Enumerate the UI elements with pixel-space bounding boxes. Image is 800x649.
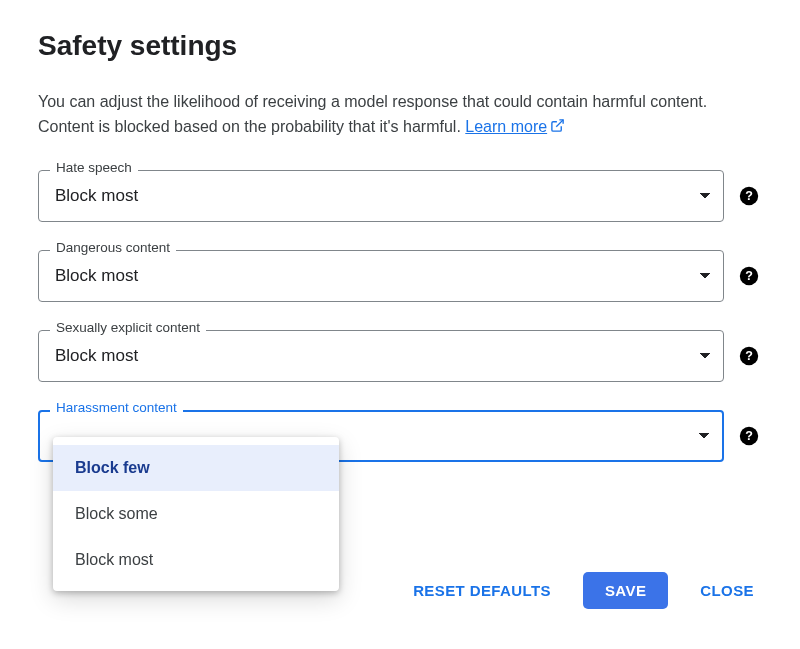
- select-wrap: Hate speech Block most: [38, 170, 724, 222]
- setting-row: Harassment content Block few Block some …: [38, 410, 762, 462]
- setting-row: Sexually explicit content Block most ?: [38, 330, 762, 382]
- dropdown-menu: Block few Block some Block most: [53, 437, 339, 591]
- select-wrap: Harassment content Block few Block some …: [38, 410, 724, 462]
- field-label: Harassment content: [50, 400, 183, 415]
- chevron-down-icon: [699, 272, 711, 280]
- page-title: Safety settings: [38, 30, 762, 62]
- select-dangerous-content[interactable]: Block most: [38, 250, 724, 302]
- select-value: Block most: [55, 346, 138, 366]
- chevron-down-icon: [699, 192, 711, 200]
- dropdown-option-block-few[interactable]: Block few: [53, 445, 339, 491]
- help-icon[interactable]: ?: [739, 266, 759, 286]
- select-sexually-explicit[interactable]: Block most: [38, 330, 724, 382]
- svg-text:?: ?: [745, 189, 753, 203]
- close-button[interactable]: CLOSE: [696, 574, 758, 607]
- select-wrap: Dangerous content Block most: [38, 250, 724, 302]
- settings-list: Hate speech Block most ? Dangerous conte…: [38, 170, 762, 462]
- svg-text:?: ?: [745, 269, 753, 283]
- setting-row: Hate speech Block most ?: [38, 170, 762, 222]
- setting-row: Dangerous content Block most ?: [38, 250, 762, 302]
- svg-text:?: ?: [745, 349, 753, 363]
- help-icon[interactable]: ?: [739, 186, 759, 206]
- field-label: Dangerous content: [50, 240, 176, 255]
- save-button[interactable]: SAVE: [583, 572, 668, 609]
- help-icon[interactable]: ?: [739, 426, 759, 446]
- select-value: Block most: [55, 266, 138, 286]
- select-wrap: Sexually explicit content Block most: [38, 330, 724, 382]
- dropdown-option-block-some[interactable]: Block some: [53, 491, 339, 537]
- svg-line-0: [556, 120, 563, 127]
- chevron-down-icon: [698, 432, 710, 440]
- external-link-icon: [550, 118, 565, 133]
- field-label: Sexually explicit content: [50, 320, 206, 335]
- dropdown-option-block-most[interactable]: Block most: [53, 537, 339, 583]
- description-text: You can adjust the likelihood of receivi…: [38, 93, 707, 135]
- select-value: Block most: [55, 186, 138, 206]
- description: You can adjust the likelihood of receivi…: [38, 90, 762, 140]
- svg-text:?: ?: [745, 429, 753, 443]
- chevron-down-icon: [699, 352, 711, 360]
- reset-defaults-button[interactable]: RESET DEFAULTS: [409, 574, 555, 607]
- select-hate-speech[interactable]: Block most: [38, 170, 724, 222]
- learn-more-link[interactable]: Learn more: [465, 118, 565, 135]
- field-label: Hate speech: [50, 160, 138, 175]
- help-icon[interactable]: ?: [739, 346, 759, 366]
